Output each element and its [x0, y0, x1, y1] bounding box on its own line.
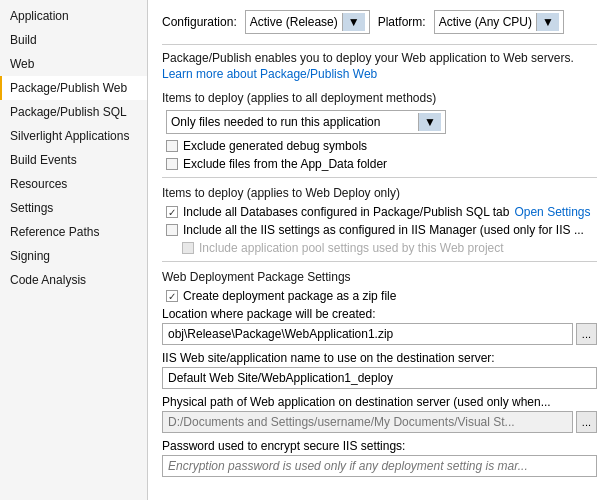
- create-zip-checkbox[interactable]: [166, 290, 178, 302]
- open-settings-link[interactable]: Open Settings: [514, 205, 590, 219]
- include-iis-label: Include all the IIS settings as configur…: [183, 223, 584, 237]
- sidebar-item-web[interactable]: Web: [0, 52, 147, 76]
- include-db-checkbox[interactable]: [166, 206, 178, 218]
- password-field: Password used to encrypt secure IIS sett…: [162, 439, 597, 477]
- deploy-dropdown-arrow[interactable]: ▼: [418, 113, 441, 131]
- include-pool-label: Include application pool settings used b…: [199, 241, 504, 255]
- deploy-dropdown-value: Only files needed to run this applicatio…: [171, 115, 414, 129]
- sidebar-item-package-publish-sql[interactable]: Package/Publish SQL: [0, 100, 147, 124]
- password-input-row: [162, 455, 597, 477]
- password-input[interactable]: [162, 455, 597, 477]
- exclude-debug-label: Exclude generated debug symbols: [183, 139, 367, 153]
- location-field: Location where package will be created: …: [162, 307, 597, 345]
- sidebar-item-signing[interactable]: Signing: [0, 244, 147, 268]
- configuration-label: Configuration:: [162, 15, 237, 29]
- physical-browse-button[interactable]: ...: [576, 411, 597, 433]
- physical-input[interactable]: [162, 411, 573, 433]
- exclude-appdata-row: Exclude files from the App_Data folder: [166, 157, 597, 171]
- location-input[interactable]: [162, 323, 573, 345]
- deploy-all-label: Items to deploy (applies to all deployme…: [162, 91, 597, 105]
- physical-label: Physical path of Web application on dest…: [162, 395, 597, 409]
- exclude-appdata-checkbox[interactable]: [166, 158, 178, 170]
- description-text: Package/Publish enables you to deploy yo…: [162, 51, 597, 65]
- config-row: Configuration: Active (Release) ▼ Platfo…: [162, 10, 597, 34]
- sidebar-item-resources[interactable]: Resources: [0, 172, 147, 196]
- iis-field: IIS Web site/application name to use on …: [162, 351, 597, 389]
- sidebar-item-application[interactable]: Application: [0, 4, 147, 28]
- platform-label: Platform:: [378, 15, 426, 29]
- include-iis-checkbox[interactable]: [166, 224, 178, 236]
- main-panel: Configuration: Active (Release) ▼ Platfo…: [148, 0, 611, 500]
- configuration-arrow[interactable]: ▼: [342, 13, 365, 31]
- password-label: Password used to encrypt secure IIS sett…: [162, 439, 597, 453]
- iis-input-row: [162, 367, 597, 389]
- include-pool-row: Include application pool settings used b…: [182, 241, 597, 255]
- configuration-select[interactable]: Active (Release) ▼: [245, 10, 370, 34]
- create-zip-row: Create deployment package as a zip file: [166, 289, 597, 303]
- deploy-dropdown[interactable]: Only files needed to run this applicatio…: [166, 110, 446, 134]
- sidebar-item-code-analysis[interactable]: Code Analysis: [0, 268, 147, 292]
- configuration-value: Active (Release): [250, 15, 338, 29]
- sidebar-item-package-publish-web[interactable]: Package/Publish Web: [0, 76, 147, 100]
- sidebar-item-settings[interactable]: Settings: [0, 196, 147, 220]
- top-divider: [162, 44, 597, 45]
- web-deployment-label: Web Deployment Package Settings: [162, 270, 597, 284]
- web-deployment-section: Web Deployment Package Settings Create d…: [162, 270, 597, 477]
- lower-divider: [162, 261, 597, 262]
- deploy-web-label: Items to deploy (applies to Web Deploy o…: [162, 186, 597, 200]
- sidebar-item-reference-paths[interactable]: Reference Paths: [0, 220, 147, 244]
- platform-select[interactable]: Active (Any CPU) ▼: [434, 10, 564, 34]
- sidebar-item-build[interactable]: Build: [0, 28, 147, 52]
- learn-more-link[interactable]: Learn more about Package/Publish Web: [162, 67, 597, 81]
- include-pool-checkbox[interactable]: [182, 242, 194, 254]
- platform-arrow[interactable]: ▼: [536, 13, 559, 31]
- location-label: Location where package will be created:: [162, 307, 597, 321]
- create-zip-label: Create deployment package as a zip file: [183, 289, 396, 303]
- sidebar-item-build-events[interactable]: Build Events: [0, 148, 147, 172]
- exclude-debug-checkbox[interactable]: [166, 140, 178, 152]
- include-db-row: Include all Databases configured in Pack…: [166, 205, 597, 219]
- mid-divider: [162, 177, 597, 178]
- physical-input-row: ...: [162, 411, 597, 433]
- exclude-debug-row: Exclude generated debug symbols: [166, 139, 597, 153]
- deploy-web-section: Items to deploy (applies to Web Deploy o…: [162, 186, 597, 255]
- physical-field: Physical path of Web application on dest…: [162, 395, 597, 433]
- deploy-dropdown-row: Only files needed to run this applicatio…: [166, 110, 597, 134]
- include-iis-row: Include all the IIS settings as configur…: [166, 223, 597, 237]
- deploy-all-section: Items to deploy (applies to all deployme…: [162, 91, 597, 171]
- location-browse-button[interactable]: ...: [576, 323, 597, 345]
- include-db-label: Include all Databases configured in Pack…: [183, 205, 509, 219]
- sidebar-item-silverlight[interactable]: Silverlight Applications: [0, 124, 147, 148]
- exclude-appdata-label: Exclude files from the App_Data folder: [183, 157, 387, 171]
- platform-value: Active (Any CPU): [439, 15, 532, 29]
- iis-label: IIS Web site/application name to use on …: [162, 351, 597, 365]
- location-input-row: ...: [162, 323, 597, 345]
- sidebar: Application Build Web Package/Publish We…: [0, 0, 148, 500]
- iis-input[interactable]: [162, 367, 597, 389]
